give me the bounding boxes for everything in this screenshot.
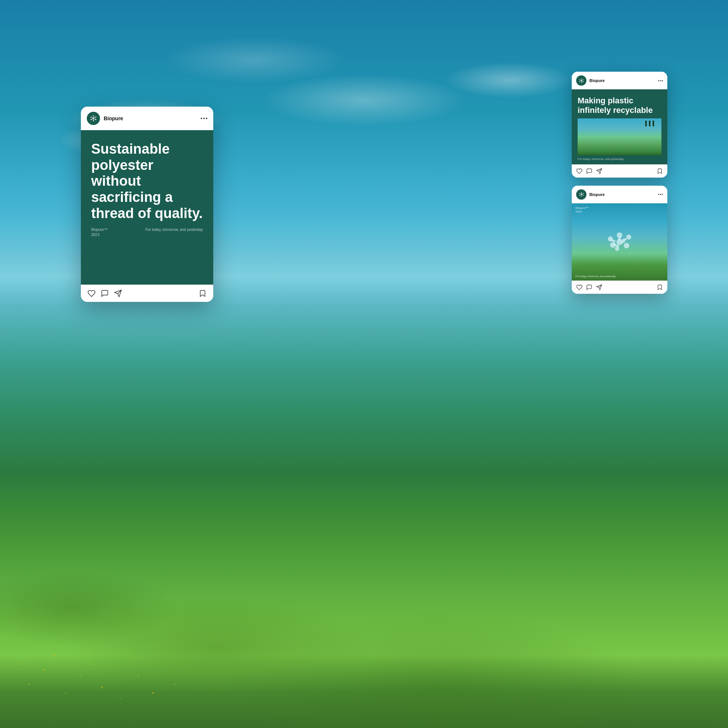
svg-point-18: [579, 79, 580, 80]
people-silhouettes: [645, 122, 654, 127]
share-button-top[interactable]: [596, 168, 602, 174]
card-top-right-header-left: Biopure: [576, 75, 605, 86]
comment-button-top[interactable]: [586, 168, 592, 174]
dot2: [203, 118, 205, 119]
svg-point-33: [579, 193, 580, 194]
brand-name-top-right: Biopure: [589, 78, 605, 83]
avatar-bottom-right: [576, 190, 586, 200]
card-top-footer-text: For today, tomorrow, and yesterday: [578, 158, 661, 161]
svg-point-6: [95, 119, 96, 120]
landscape-photo: [578, 118, 661, 155]
bookmark-icon: [199, 289, 206, 297]
card-bottom-right-image-area: Biopure™ 2023: [572, 203, 667, 281]
dot1: [201, 118, 202, 119]
molecule-logo-large: [601, 223, 638, 260]
svg-point-36: [583, 195, 584, 196]
svg-point-19: [583, 79, 584, 80]
comment-button-main[interactable]: [101, 289, 109, 297]
dot-b3: [662, 194, 663, 195]
avatar-top-right: [576, 75, 586, 86]
heart-icon-top: [576, 168, 583, 174]
svg-point-48: [624, 243, 629, 248]
svg-point-32: [581, 196, 582, 197]
svg-point-5: [90, 119, 92, 120]
svg-rect-51: [611, 239, 616, 242]
svg-rect-45: [618, 237, 621, 240]
heart-icon: [87, 289, 96, 297]
dot-b2: [660, 194, 661, 195]
card-main: Biopure Sustainable polyester without sa…: [81, 107, 213, 302]
action-icons-bottom-right: [576, 284, 602, 291]
card-main-header: Biopure: [81, 107, 213, 130]
share-button-bottom[interactable]: [596, 284, 602, 291]
biopure-logo-icon-top: [578, 78, 584, 84]
bookmark-icon-bottom: [657, 284, 663, 291]
card-bottom-footer-text: For today, tomorrow, and yesterday: [575, 275, 616, 278]
bookmark-button-top[interactable]: [657, 168, 663, 174]
biopure-logo-icon: [89, 114, 98, 122]
person3: [653, 122, 654, 127]
share-icon: [114, 289, 122, 297]
svg-line-10: [94, 117, 95, 118]
brand-name-bottom-right: Biopure: [589, 192, 605, 197]
svg-point-1: [93, 115, 94, 116]
more-options-button-main[interactable]: [201, 118, 207, 119]
person1: [645, 122, 647, 127]
dot-s2: [660, 80, 661, 81]
share-icon-top: [596, 168, 602, 174]
heart-button-bottom[interactable]: [576, 284, 583, 291]
card-bottom-right: Biopure Biopure™ 2023: [572, 186, 667, 294]
more-options-button-bottom-right[interactable]: [658, 194, 663, 195]
card-top-right-headline: Making plastic infinitely recyclable: [578, 96, 661, 115]
card-top-right-image-area: Making plastic infinitely recyclable For…: [572, 89, 667, 164]
action-icons-left-main: [87, 289, 122, 297]
svg-point-20: [579, 81, 580, 82]
svg-point-15: [581, 80, 582, 81]
svg-point-17: [581, 82, 582, 83]
heart-button-top[interactable]: [576, 168, 583, 174]
dot-s1: [658, 80, 659, 81]
action-icons-top-right: [576, 168, 602, 174]
card-main-footer-inside: Biopure™ 2023 For today, tomorrow, and y…: [91, 221, 203, 245]
card-main-image: Sustainable polyester without sacrificin…: [81, 130, 213, 284]
share-icon-bottom: [596, 284, 602, 291]
svg-point-34: [583, 193, 584, 194]
card-main-header-left: Biopure: [87, 112, 123, 125]
svg-point-35: [579, 195, 580, 196]
comment-icon: [101, 289, 109, 297]
bookmark-button-bottom[interactable]: [657, 284, 663, 291]
svg-point-0: [93, 118, 94, 119]
heart-button-main[interactable]: [87, 289, 96, 297]
svg-line-27: [582, 81, 583, 81]
card-bottom-right-actions: [572, 281, 667, 294]
card-top-footer: For today, tomorrow, and yesterday: [578, 155, 661, 164]
svg-line-40: [582, 194, 583, 194]
svg-line-25: [582, 80, 583, 80]
svg-point-52: [626, 235, 631, 239]
svg-point-2: [93, 120, 94, 121]
card-bottom-right-header: Biopure: [572, 186, 667, 203]
card-top-right-header: Biopure: [572, 72, 667, 89]
svg-line-41: [580, 194, 581, 195]
dot-s3: [662, 80, 663, 81]
bookmark-button-main[interactable]: [199, 289, 206, 297]
more-options-button-top-right[interactable]: [658, 80, 663, 81]
svg-point-16: [581, 78, 582, 79]
svg-line-12: [94, 119, 95, 119]
svg-line-9: [92, 117, 93, 118]
card-top-right: Biopure Making plastic infinitely recycl…: [572, 72, 667, 177]
card-main-headline: Sustainable polyester without sacrificin…: [91, 141, 203, 221]
footer-text-left: Biopure™ 2023: [91, 227, 107, 237]
comment-button-bottom[interactable]: [586, 284, 592, 291]
svg-point-3: [90, 116, 92, 118]
biopure-watermark: Biopure™ 2023: [575, 206, 589, 214]
card-main-actions: [81, 285, 213, 302]
heart-icon-bottom: [576, 284, 583, 291]
svg-line-42: [582, 194, 583, 195]
share-button-main[interactable]: [114, 289, 122, 297]
footer-text-right: For today, tomorrow, and yesterday: [145, 227, 203, 237]
svg-point-4: [95, 116, 96, 118]
comment-icon-bottom: [586, 284, 592, 291]
svg-point-30: [581, 194, 582, 195]
biopure-logo-icon-bottom: [578, 191, 584, 197]
